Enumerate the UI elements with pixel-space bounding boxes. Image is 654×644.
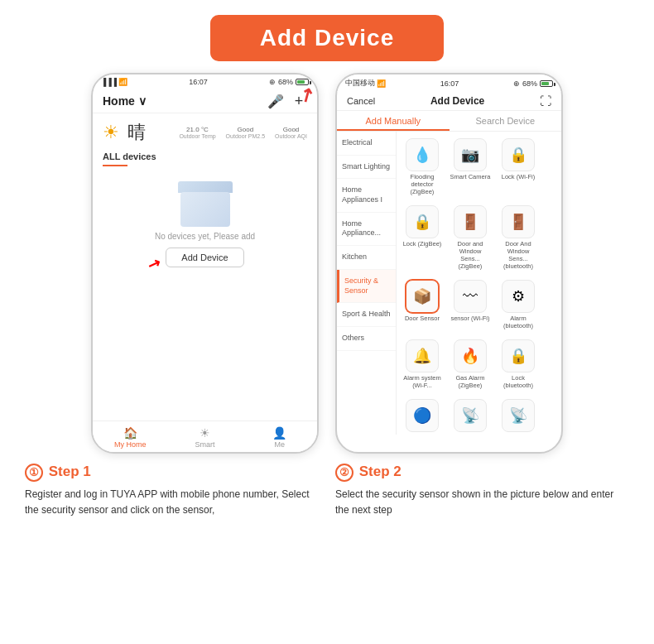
add-device-arrow: ↗	[146, 253, 164, 275]
step1-col: ① Step 1 Register and log in TUYA APP wi…	[25, 464, 319, 518]
device-pir2[interactable]: 📡 PIR	[496, 396, 541, 435]
phones-container: ▐▐▐ 📶 16:07 ⊕ 68% Home ∨ 🎤 + ↗ ☀ 晴	[0, 73, 654, 454]
device-co-alarm[interactable]: 🔵 CO Alarm	[400, 396, 445, 435]
phone1-battery-pct: 68%	[278, 78, 293, 86]
add-device-button[interactable]: Add Device ↗	[166, 248, 243, 267]
sun-icon: ☀	[103, 122, 119, 143]
sidebar-home-appliances1[interactable]: Home Appliances I	[337, 179, 396, 212]
weather-kanji: 晴	[127, 120, 146, 145]
step2-col: ② Step 2 Select the security sensor show…	[335, 464, 629, 518]
flooding-icon: 💧	[406, 138, 439, 171]
device-alarm-system[interactable]: 🔔 Alarm system (Wi-F...	[400, 336, 445, 392]
lock-wifi-icon: 🔒	[502, 138, 535, 171]
device-pir1[interactable]: 📡 PIR	[448, 396, 493, 435]
no-device-area: No devices yet, Please add Add Device ↗	[93, 168, 317, 276]
aqi-stat: Good Outdoor AQI	[275, 126, 307, 139]
phone1-time: 16:07	[189, 78, 208, 86]
sidebar-smart-lighting[interactable]: Smart Lighting	[337, 156, 396, 180]
device-lock-zigbee[interactable]: 🔒 Lock (ZigBee)	[400, 202, 445, 273]
cancel-button[interactable]: Cancel	[347, 96, 375, 106]
tab-smart[interactable]: ☀ Smart	[167, 426, 242, 449]
phone2-battery-icon	[540, 80, 553, 87]
all-devices-underline	[103, 165, 127, 166]
device-sensor-wifi[interactable]: 〰 sensor (Wi-Fi)	[448, 276, 493, 333]
device-flooding[interactable]: 💧 Flooding detector (ZigBee)	[400, 135, 445, 199]
phone1-nav-icons: 🎤 + ↗	[267, 93, 307, 109]
all-devices-label: ALL devices	[93, 148, 317, 163]
lock-bt-icon: 🔒	[502, 339, 535, 372]
gas-alarm-icon: 🔥	[454, 339, 487, 372]
device-gas-alarm[interactable]: 🔥 Gas Alarm (ZigBee)	[448, 336, 493, 392]
empty-box-icon	[176, 181, 234, 227]
steps-row: ① Step 1 Register and log in TUYA APP wi…	[0, 454, 654, 518]
phone1-status-bar: ▐▐▐ 📶 16:07 ⊕ 68%	[93, 74, 317, 89]
device-alarm-bt[interactable]: ⚙ Alarm (bluetooth)	[496, 276, 541, 333]
door-sensor-icon: 📦	[406, 280, 439, 313]
step2-desc: Select the security sensor shown in the …	[335, 487, 629, 518]
device-lock-wifi[interactable]: 🔒 Lock (Wi-Fi)	[496, 135, 541, 199]
sidebar-kitchen[interactable]: Kitchen	[337, 246, 396, 270]
phone2-sidebar: Electrical Smart Lighting Home Appliance…	[337, 132, 397, 435]
phone2: 中国移动 📶 16:07 ⊕ 68% Cancel Add Device ⛶ A…	[335, 73, 563, 454]
alarm-bt-icon: ⚙	[502, 280, 535, 313]
camera-icon: 📷	[454, 138, 487, 171]
step2-title: ② Step 2	[335, 464, 629, 482]
tab-search-device[interactable]: Search Device	[450, 111, 562, 131]
phone1-nav: Home ∨ 🎤 + ↗	[93, 89, 317, 113]
sidebar-security-sensor[interactable]: Security & Sensor	[337, 270, 396, 303]
weather-stats: 21.0 °C Outdoor Temp Good Outdoor PM2.5 …	[179, 126, 307, 139]
no-device-text: No devices yet, Please add	[155, 232, 255, 241]
sidebar-home-appliances2[interactable]: Home Appliance...	[337, 213, 396, 246]
sidebar-others[interactable]: Others	[337, 327, 396, 351]
phone2-status-bar: 中国移动 📶 16:07 ⊕ 68%	[337, 74, 561, 92]
phone1: ▐▐▐ 📶 16:07 ⊕ 68% Home ∨ 🎤 + ↗ ☀ 晴	[91, 73, 319, 454]
device-door-sensor[interactable]: 📦 Door Sensor	[400, 276, 445, 333]
home-icon: 🏠	[123, 426, 137, 440]
phone2-time: 16:07	[440, 79, 459, 88]
sidebar-sport-health[interactable]: Sport & Health	[337, 303, 396, 327]
pir2-icon: 📡	[502, 399, 535, 432]
device-camera[interactable]: 📷 Smart Camera	[448, 135, 493, 199]
phone1-home-title[interactable]: Home ∨	[103, 94, 147, 108]
pm-stat: Good Outdoor PM2.5	[226, 126, 265, 139]
phone2-tabs: Add Manually Search Device	[337, 111, 561, 132]
device-door-window-bt[interactable]: 🚪 Door And Window Sens... (bluetooth)	[496, 202, 541, 273]
smart-icon: ☀	[200, 426, 210, 440]
me-icon: 👤	[272, 426, 286, 440]
pir1-icon: 📡	[454, 399, 487, 432]
device-lock-bt[interactable]: 🔒 Lock (bluetooth)	[496, 336, 541, 392]
phone2-signal: 中国移动 📶	[345, 78, 386, 89]
step1-desc: Register and log in TUYA APP with mobile…	[25, 487, 319, 518]
mic-icon[interactable]: 🎤	[267, 94, 284, 109]
banner-title: Add Device	[260, 25, 395, 50]
phone1-bottom-tabs: 🏠 My Home ☀ Smart 👤 Me	[93, 421, 317, 452]
weather-area: ☀ 晴 21.0 °C Outdoor Temp Good Outdoor PM…	[93, 113, 317, 148]
door-zigbee-icon: 🚪	[454, 205, 487, 238]
phone2-device-grid: 💧 Flooding detector (ZigBee) 📷 Smart Cam…	[397, 132, 561, 435]
door-bt-icon: 🚪	[502, 205, 535, 238]
lock-zigbee-icon: 🔒	[406, 205, 439, 238]
page-header: Add Device	[0, 0, 654, 73]
phone2-nav: Cancel Add Device ⛶	[337, 92, 561, 111]
phone1-signal: ▐▐▐ 📶	[101, 78, 127, 86]
phone2-battery-pct: 68%	[522, 79, 537, 88]
temp-stat: 21.0 °C Outdoor Temp	[179, 126, 215, 139]
phone2-nav-title: Add Device	[430, 95, 484, 107]
sidebar-electrical[interactable]: Electrical	[337, 132, 396, 156]
tab-add-manually[interactable]: Add Manually	[337, 111, 450, 131]
alarm-system-icon: 🔔	[406, 339, 439, 372]
phone2-content: Electrical Smart Lighting Home Appliance…	[337, 132, 561, 435]
tab-me[interactable]: 👤 Me	[243, 426, 317, 449]
device-door-window-zigbee[interactable]: 🚪 Door and Window Sens... (ZigBee)	[448, 202, 493, 273]
sensor-wifi-icon: 〰	[454, 280, 487, 313]
step1-title: ① Step 1	[25, 464, 319, 482]
tab-my-home[interactable]: 🏠 My Home	[93, 426, 167, 449]
co-alarm-icon: 🔵	[406, 399, 439, 432]
add-device-banner: Add Device	[210, 15, 445, 61]
expand-icon[interactable]: ⛶	[540, 94, 551, 108]
